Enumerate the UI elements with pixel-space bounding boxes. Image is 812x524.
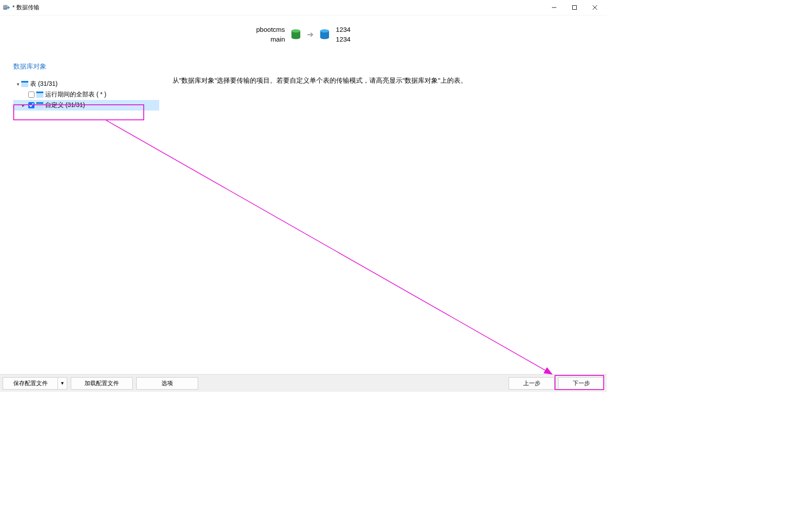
tree-label-tables: 表 (31/31) (30, 80, 57, 88)
client-area: pbootcms main ➔ 1234 1234 (0, 15, 607, 392)
options-button[interactable]: 选项 (136, 377, 198, 390)
target-labels: 1234 1234 (336, 25, 350, 44)
window-title: * 数据传输 (12, 4, 544, 11)
table-icon (36, 102, 43, 108)
load-profile-button[interactable]: 加载配置文件 (71, 377, 133, 390)
left-panel: 数据库对象 ▾ 表 (31/31) 运行期间的全部表 ( * ) ▸ 自定义 ( (13, 62, 159, 372)
next-label: 下一步 (573, 379, 590, 387)
target-schema-name: 1234 (336, 34, 350, 44)
section-title: 数据库对象 (13, 62, 159, 71)
main-content: 数据库对象 ▾ 表 (31/31) 运行期间的全部表 ( * ) ▸ 自定义 ( (0, 54, 607, 372)
options-label: 选项 (161, 379, 173, 387)
source-db-name: pbootcms (256, 25, 285, 34)
transfer-header: pbootcms main ➔ 1234 1234 (0, 15, 607, 54)
minimize-button[interactable] (544, 1, 564, 14)
source-labels: pbootcms main (256, 25, 285, 44)
maximize-button[interactable] (564, 1, 585, 14)
svg-point-9 (291, 36, 300, 39)
save-profile-dropdown[interactable]: ▼ (57, 377, 67, 390)
svg-rect-4 (573, 6, 577, 10)
object-tree[interactable]: ▾ 表 (31/31) 运行期间的全部表 ( * ) ▸ 自定义 (31/31) (13, 79, 159, 111)
prev-button[interactable]: 上一步 (509, 377, 555, 390)
tree-row-all-runtime[interactable]: 运行期间的全部表 ( * ) (13, 89, 159, 100)
tree-label-custom: 自定义 (31/31) (45, 101, 85, 109)
save-profile-group: 保存配置文件 ▼ (3, 377, 67, 390)
source-schema-name: main (271, 34, 285, 44)
instruction-text: 从"数据库对象"选择要传输的项目。若要自定义单个表的传输模式，请高亮显示"数据库… (172, 76, 594, 85)
chevron-down-icon[interactable]: ▾ (15, 81, 21, 87)
close-button[interactable] (585, 1, 605, 14)
right-panel: 从"数据库对象"选择要传输的项目。若要自定义单个表的传输模式，请高亮显示"数据库… (159, 62, 594, 372)
arrow-icon: ➔ (307, 30, 314, 39)
tree-label-all-runtime: 运行期间的全部表 ( * ) (45, 91, 106, 99)
save-profile-button[interactable]: 保存配置文件 (3, 377, 57, 390)
titlebar: * 数据传输 (0, 0, 607, 15)
database-icon-target (320, 29, 329, 40)
app-icon (3, 4, 10, 11)
svg-point-10 (291, 30, 300, 33)
svg-point-2 (3, 8, 8, 10)
prev-label: 上一步 (523, 379, 540, 387)
target-db-name: 1234 (336, 25, 350, 34)
checkbox-custom[interactable] (28, 102, 34, 108)
database-icon-source (291, 29, 301, 40)
svg-point-14 (320, 30, 329, 33)
svg-point-13 (320, 36, 329, 39)
tree-row-custom[interactable]: ▸ 自定义 (31/31) (13, 100, 159, 111)
save-profile-label: 保存配置文件 (13, 379, 48, 387)
next-button[interactable]: 下一步 (558, 377, 604, 390)
tree-row-tables-root[interactable]: ▾ 表 (31/31) (13, 79, 159, 89)
table-icon (36, 92, 43, 98)
checkbox-all-runtime[interactable] (28, 92, 34, 98)
load-profile-label: 加载配置文件 (84, 379, 119, 387)
table-icon (21, 81, 28, 87)
chevron-right-icon[interactable]: ▸ (20, 103, 27, 108)
footer: 保存配置文件 ▼ 加载配置文件 选项 上一步 下一步 (0, 374, 607, 392)
